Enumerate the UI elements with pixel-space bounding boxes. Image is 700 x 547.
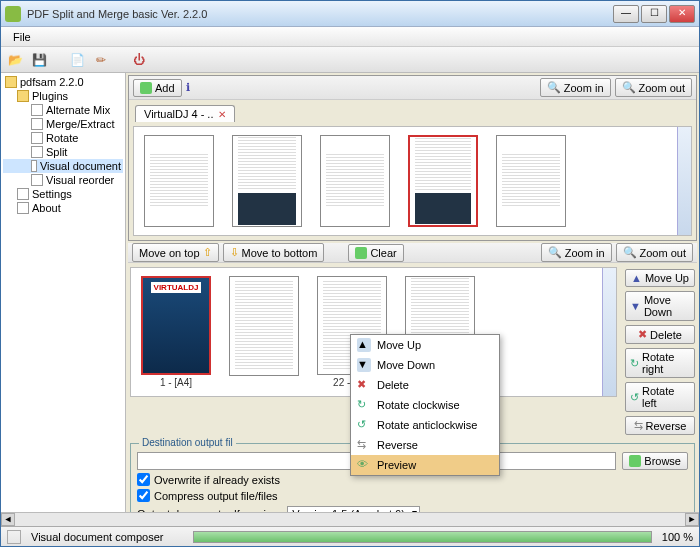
zoom-out-label: Zoom out [639,82,685,94]
window-title: PDF Split and Merge basic Ver. 2.2.0 [27,8,613,20]
thumbnail[interactable] [144,135,214,227]
toolbar-save-icon[interactable]: 💾 [29,50,49,70]
delete-icon: ✖ [357,378,371,392]
clear-icon [355,247,367,259]
rotate-left-icon: ↺ [630,391,639,404]
zoom-out-button-2[interactable]: 🔍Zoom out [616,243,693,262]
clear-button[interactable]: Clear [348,244,403,262]
move-down-button[interactable]: ▼Move Down [625,291,695,321]
sidebar: pdfsam 2.2.0 Plugins Alternate Mix Merge… [1,73,126,512]
ctx-delete[interactable]: ✖Delete [351,375,499,395]
tree-root[interactable]: pdfsam 2.2.0 [3,75,123,89]
sidebar-horizontal-scrollbar[interactable]: ◄ ► [1,512,699,526]
titlebar: PDF Split and Merge basic Ver. 2.2.0 — ☐… [1,1,699,27]
tree-root-label: pdfsam 2.2.0 [20,76,84,88]
main-toolbar: 📂 💾 📄 ✏ ⏻ [1,47,699,73]
vertical-scrollbar[interactable] [677,127,691,235]
ctx-move-down[interactable]: ▼Move Down [351,355,499,375]
close-button[interactable]: ✕ [669,5,695,23]
composer-thumbnail[interactable] [229,276,299,376]
zoom-in-button-2[interactable]: 🔍Zoom in [541,243,612,262]
output-legend: Destination output fil [139,437,236,448]
tree-plugins[interactable]: Plugins [3,89,123,103]
rotate-ccw-icon: ↺ [357,418,371,432]
tree-item-label: Merge/Extract [46,118,114,130]
tree-item-label: Visual document [40,160,121,172]
maximize-button[interactable]: ☐ [641,5,667,23]
context-menu: ▲Move Up ▼Move Down ✖Delete ↻Rotate cloc… [350,334,500,476]
pdf-version-select[interactable]: Version 1.5 (Acrobat 6) [287,506,420,512]
compress-checkbox[interactable]: Compress output file/files [137,489,688,502]
tree-item-label: Rotate [46,132,78,144]
arrow-down-icon: ▼ [357,358,371,372]
zoom-in-label-2: Zoom in [565,247,605,259]
arrow-up-icon: ▲ [357,338,371,352]
preview-icon: 👁 [357,458,371,472]
scroll-left-icon[interactable]: ◄ [1,513,15,526]
document-tab[interactable]: VirtualDJ 4 - ..✕ [135,105,235,122]
tree-item-visual-reorder[interactable]: Visual reorder [3,173,123,187]
right-button-panel: ▲Move Up ▼Move Down ✖Delete ↻Rotate righ… [621,263,699,441]
minimize-button[interactable]: — [613,5,639,23]
ctx-preview[interactable]: 👁Preview [351,455,499,475]
toolbar-clear-icon[interactable]: ✏ [91,50,111,70]
source-toolbar: Add ℹ 🔍Zoom in 🔍Zoom out [129,76,696,100]
tree-item-alternate-mix[interactable]: Alternate Mix [3,103,123,117]
toolbar-exit-icon[interactable]: ⏻ [129,50,149,70]
arrow-down-icon: ⇩ [230,246,239,259]
props-icon[interactable]: ℹ [186,81,190,94]
pdf-version-label: Output document pdf version: [137,508,281,512]
ctx-rotate-ccw[interactable]: ↺Rotate anticlockwise [351,415,499,435]
ctx-rotate-cw[interactable]: ↻Rotate clockwise [351,395,499,415]
zoom-out-button[interactable]: 🔍Zoom out [615,78,692,97]
rotate-left-button[interactable]: ↺Rotate left [625,382,695,412]
add-icon [140,82,152,94]
thumbnail[interactable] [320,135,390,227]
zoom-in-button[interactable]: 🔍Zoom in [540,78,611,97]
tree-item-visual-document[interactable]: Visual document [3,159,123,173]
status-label: Visual document composer [31,531,163,543]
compress-label: Compress output file/files [154,490,278,502]
thumbnail[interactable] [496,135,566,227]
rotate-right-icon: ↻ [630,357,639,370]
rotate-right-label: Rotate right [642,351,690,375]
compress-checkbox-input[interactable] [137,489,150,502]
tree-about-label: About [32,202,61,214]
ctx-move-down-label: Move Down [377,359,435,371]
zoom-in-icon: 🔍 [547,81,561,94]
ctx-move-up-label: Move Up [377,339,421,351]
move-on-top-button[interactable]: Move on top⇧ [132,243,219,262]
move-up-button[interactable]: ▲Move Up [625,269,695,287]
app-icon [5,6,21,22]
tree-settings[interactable]: Settings [3,187,123,201]
move-on-top-label: Move on top [139,247,200,259]
thumbnail-selected[interactable] [408,135,478,227]
composer-thumbnail-selected[interactable]: VIRTUALDJ [141,276,211,375]
ctx-reverse[interactable]: ⇆Reverse [351,435,499,455]
thumbnail[interactable] [232,135,302,227]
ctx-preview-label: Preview [377,459,416,471]
ctx-move-up[interactable]: ▲Move Up [351,335,499,355]
toolbar-log-icon[interactable]: 📄 [67,50,87,70]
move-down-label: Move Down [644,294,690,318]
zoom-out-label-2: Zoom out [640,247,686,259]
reverse-button[interactable]: ⇆Reverse [625,416,695,435]
vertical-scrollbar[interactable] [602,268,616,396]
tree-about[interactable]: About [3,201,123,215]
scroll-right-icon[interactable]: ► [685,513,699,526]
browse-button[interactable]: Browse [622,452,688,470]
toolbar-open-icon[interactable]: 📂 [5,50,25,70]
menu-file[interactable]: File [7,29,37,45]
tree-item-rotate[interactable]: Rotate [3,131,123,145]
add-button[interactable]: Add [133,79,182,97]
tree-plugins-label: Plugins [32,90,68,102]
overwrite-checkbox-input[interactable] [137,473,150,486]
tree-item-split[interactable]: Split [3,145,123,159]
move-to-bottom-button[interactable]: ⇩Move to bottom [223,243,325,262]
delete-icon: ✖ [638,328,647,341]
delete-button[interactable]: ✖Delete [625,325,695,344]
arrow-down-icon: ▼ [630,300,641,312]
tree-item-merge-extract[interactable]: Merge/Extract [3,117,123,131]
tab-close-icon[interactable]: ✕ [218,109,226,120]
rotate-right-button[interactable]: ↻Rotate right [625,348,695,378]
